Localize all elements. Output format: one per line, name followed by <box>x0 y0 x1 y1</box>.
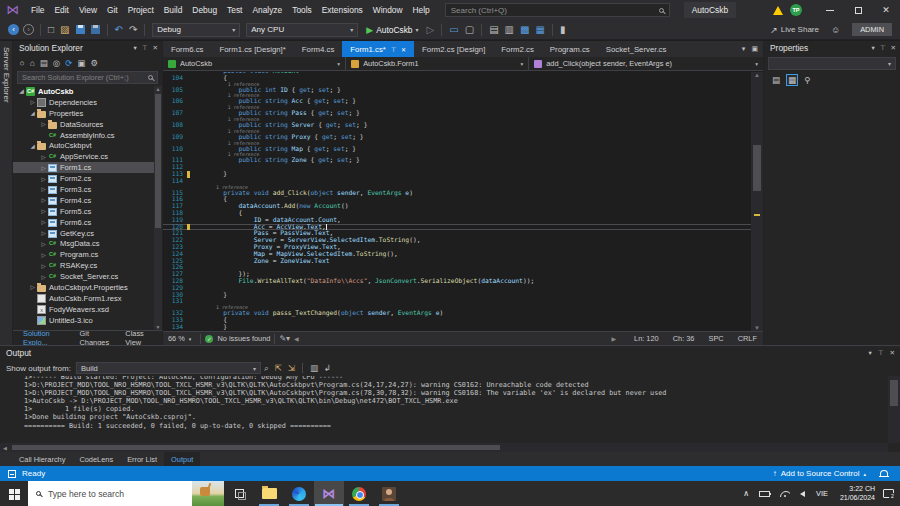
photos-app-button[interactable] <box>374 481 404 506</box>
tree-item-getkey-cs[interactable]: ▷GetKey.cs <box>13 228 162 239</box>
maximize-button[interactable] <box>844 0 872 20</box>
solution-tree-scrollbar[interactable]: ▲ ▼ <box>154 86 162 330</box>
collapsed-arrow-icon[interactable]: ▷ <box>39 219 48 225</box>
collapsed-arrow-icon[interactable]: ▷ <box>39 208 48 214</box>
new-project-icon[interactable]: □ <box>48 21 54 39</box>
chrome-button[interactable] <box>344 481 374 506</box>
taskbar-search-input[interactable]: Type here to search <box>28 481 224 506</box>
collapsed-arrow-icon[interactable]: ▷ <box>28 284 37 290</box>
tree-item-msgdata-cs[interactable]: ▷C#MsgData.cs <box>13 238 162 249</box>
menu-git[interactable]: Git <box>102 0 123 20</box>
editor-vertical-scrollbar[interactable]: ▲ ▼ <box>751 72 763 331</box>
tree-item-datasources[interactable]: ▷DataSources <box>13 119 162 130</box>
editor-horizontal-scrollbar[interactable]: ◀ ▶ <box>290 335 620 342</box>
collapsed-arrow-icon[interactable]: ▷ <box>39 197 48 203</box>
output-source-dropdown[interactable]: Build ▾ <box>76 362 261 374</box>
tree-item-assemblyinfo-cs[interactable]: C#AssemblyInfo.cs <box>13 130 162 141</box>
tree-item-socket-server-cs[interactable]: ▷C#Socket_Server.cs <box>13 271 162 282</box>
code-line-133[interactable]: 133 { <box>163 317 751 324</box>
menu-window[interactable]: Window <box>368 0 408 20</box>
object-selector-dropdown[interactable]: ▾ <box>768 57 896 70</box>
minimize-button[interactable] <box>816 0 844 20</box>
find-icon[interactable]: ▩ <box>520 21 529 39</box>
code-line-128[interactable]: 128 File.WriteAllText("DataInfo\\Accs", … <box>163 278 751 285</box>
member-dropdown[interactable]: add_Click(object sender, EventArgs e) ▾ <box>529 57 763 70</box>
scroll-left-icon[interactable]: ◀ <box>294 335 299 342</box>
bookmark-icon[interactable]: ▮ <box>560 21 566 39</box>
output-horizontal-scrollbar[interactable]: ◀ <box>0 443 888 452</box>
close-icon[interactable]: ✕ <box>890 349 895 357</box>
pin-icon[interactable]: ⊤ <box>880 44 886 52</box>
document-tab-form2-cs-design-[interactable]: Form2.cs [Design] <box>414 41 493 57</box>
close-icon[interactable]: ✕ <box>401 46 406 53</box>
tree-item-appservice-cs[interactable]: ▷C#AppService.cs <box>13 151 162 162</box>
menu-project[interactable]: Project <box>123 0 159 20</box>
code-line-104[interactable]: 104 { <box>163 75 751 82</box>
code-line-107[interactable]: 107 public string Pass { get; set; } <box>163 110 751 117</box>
tree-item-autocskb-form1-resx[interactable]: AutoCskb.Form1.resx <box>13 293 162 304</box>
build-icon[interactable]: ▤ <box>489 21 498 39</box>
live-share-button[interactable]: ↗ Live Share <box>770 25 819 35</box>
tree-item-form5-cs[interactable]: ▷Form5.cs <box>13 206 162 217</box>
scroll-up-icon[interactable]: ▲ <box>154 86 162 92</box>
code-text-area[interactable]: public class Account104 { 1 reference105… <box>163 72 751 331</box>
action-center-icon[interactable]: 2 <box>883 489 894 498</box>
pending-changes-filter-icon[interactable]: ◎ <box>53 58 60 68</box>
tree-item-rsakey-cs[interactable]: ▷C#RSAKey.cs <box>13 260 162 271</box>
word-wrap-icon[interactable]: ↲ <box>324 363 331 373</box>
user-avatar[interactable]: TP <box>790 4 802 16</box>
menu-edit[interactable]: Edit <box>50 0 74 20</box>
property-pages-icon[interactable]: ⚲ <box>804 75 810 85</box>
panel-tab-output[interactable]: Output <box>164 452 200 466</box>
sync-with-active-document-icon[interactable]: ⟳ <box>65 58 72 68</box>
file-explorer-button[interactable] <box>254 481 284 506</box>
close-button[interactable]: ✕ <box>872 0 900 20</box>
project-dropdown[interactable]: AutoCskb ▾ <box>163 57 346 70</box>
navigate-forward-icon[interactable]: › <box>23 24 34 35</box>
screenshot-icon[interactable]: ▢ <box>465 21 474 39</box>
collapsed-arrow-icon[interactable]: ▷ <box>28 99 37 105</box>
switch-views-icon[interactable]: ▤ <box>40 58 48 68</box>
code-line-134[interactable]: 134 } <box>163 324 751 331</box>
code-line-126[interactable]: 126 <box>163 264 751 271</box>
collapsed-arrow-icon[interactable]: ▷ <box>39 274 48 280</box>
scroll-right-icon[interactable]: ▶ <box>611 335 616 342</box>
tree-item-form2-cs[interactable]: ▷Form2.cs <box>13 173 162 184</box>
menu-extensions[interactable]: Extensions <box>317 0 368 20</box>
line-ending-indicator[interactable]: CRLF <box>738 334 757 343</box>
tree-item-program-cs[interactable]: ▷C#Program.cs <box>13 249 162 260</box>
collapsed-arrow-icon[interactable]: ▷ <box>39 165 48 171</box>
code-line-105[interactable]: 105 public int ID { get; set; } <box>163 87 751 94</box>
back-icon[interactable]: ○ <box>20 58 25 68</box>
categorized-icon[interactable]: ▤ <box>772 75 780 85</box>
close-icon[interactable]: ✕ <box>153 44 158 52</box>
open-folder-icon[interactable]: ▨ <box>60 21 69 39</box>
tree-item-autocskbpvt-properties[interactable]: ▷AutoCskbpvt.Properties <box>13 282 162 293</box>
panel-tab-call-hierarchy[interactable]: Call Hierarchy <box>12 452 72 466</box>
tree-item-fodyweavers-xsd[interactable]: xFodyWeavers.xsd <box>13 304 162 315</box>
code-line-108[interactable]: 108 public string Server { get; set; } <box>163 122 751 129</box>
solution-explorer-search-input[interactable]: Search Solution Explorer (Ctrl+;) <box>17 71 158 84</box>
zoom-level-dropdown[interactable]: 66 %▾ <box>163 334 196 343</box>
scroll-down-icon[interactable]: ▼ <box>154 324 162 330</box>
clock[interactable]: 3:22 CH 21/06/2024 <box>840 485 875 502</box>
collapsed-arrow-icon[interactable]: ▷ <box>39 186 48 192</box>
issues-status[interactable]: No issues found <box>217 334 270 343</box>
home-icon[interactable]: ⌂ <box>30 58 35 68</box>
document-tab-form4-cs[interactable]: Form4.cs <box>294 41 343 57</box>
tree-item-form4-cs[interactable]: ▷Form4.cs <box>13 195 162 206</box>
menu-debug[interactable]: Debug <box>187 0 222 20</box>
line-indicator[interactable]: Ln: 120 <box>634 334 659 343</box>
output-log[interactable]: 1>------ Build started: Project: AutoCsk… <box>0 376 888 443</box>
pin-icon[interactable]: ⊤ <box>391 46 396 53</box>
scroll-up-icon[interactable]: ▲ <box>751 72 763 78</box>
collapsed-arrow-icon[interactable]: ▷ <box>39 121 48 127</box>
menu-test[interactable]: Test <box>222 0 247 20</box>
attach-process-icon[interactable]: ▷ <box>427 21 435 39</box>
start-button[interactable] <box>0 481 28 506</box>
code-line-111[interactable]: 111 public string Zone { get; set; } <box>163 157 751 164</box>
properties-icon[interactable]: ⚙ <box>90 58 98 68</box>
window-menu-icon[interactable]: ▾ <box>134 44 137 52</box>
document-tab-program-cs[interactable]: Program.cs <box>542 41 598 57</box>
menu-analyze[interactable]: Analyze <box>247 0 287 20</box>
